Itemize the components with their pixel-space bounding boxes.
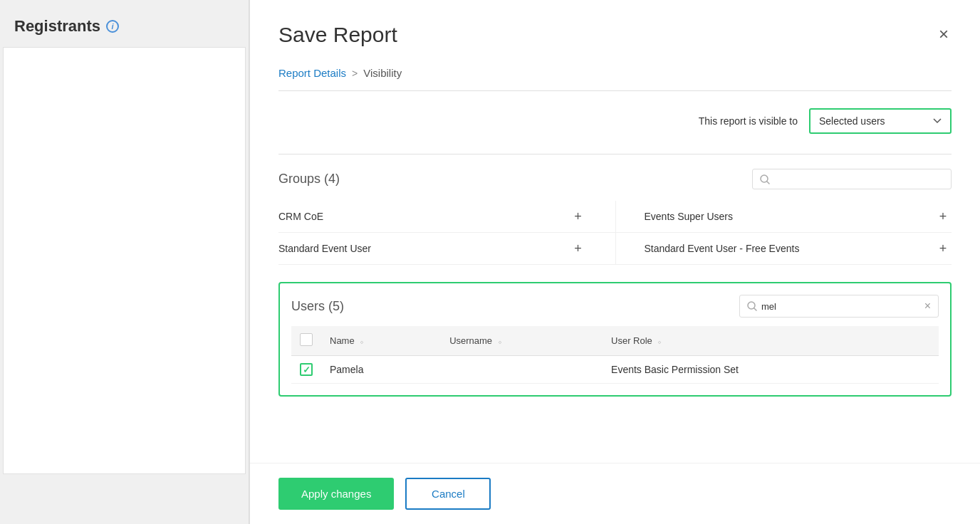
breadcrumb-current: Visibility xyxy=(363,67,402,79)
groups-section-header: Groups (4) xyxy=(278,169,952,189)
sidebar: Registrants i xyxy=(0,0,249,524)
groups-search-input[interactable] xyxy=(774,174,944,184)
svg-line-1 xyxy=(767,182,769,184)
group-name: Standard Event User xyxy=(278,243,371,254)
users-table: Name ⬦ Username ⬦ User Role ⬦ xyxy=(291,326,939,384)
name-sort-icon: ⬦ xyxy=(360,337,364,345)
users-search-clear-icon[interactable]: × xyxy=(924,300,931,313)
users-title: Users (5) xyxy=(291,299,344,314)
visibility-select[interactable]: Selected users All users Only me xyxy=(809,108,952,134)
users-search-box: × xyxy=(739,295,939,318)
svg-line-3 xyxy=(754,308,756,310)
group-item-crm-coe: CRM CoE + xyxy=(278,201,615,233)
group-item-standard-event-user: Standard Event User + xyxy=(278,233,615,265)
modal-title: Save Report xyxy=(278,23,397,47)
group-add-button[interactable]: + xyxy=(934,208,952,225)
groups-search-icon xyxy=(760,174,770,184)
row-name: Pamela xyxy=(321,356,441,384)
visibility-label: This report is visible to xyxy=(699,115,798,127)
cancel-button[interactable]: Cancel xyxy=(405,478,491,510)
groups-title: Groups (4) xyxy=(278,172,340,187)
apply-changes-button[interactable]: Apply changes xyxy=(278,478,394,510)
sidebar-content xyxy=(3,47,246,474)
row-checkbox[interactable]: ✓ xyxy=(300,363,313,376)
checkmark-icon: ✓ xyxy=(303,365,311,375)
sidebar-title: Registrants i xyxy=(0,0,249,47)
users-table-header-user-role[interactable]: User Role ⬦ xyxy=(603,326,939,356)
users-section-header: Users (5) × xyxy=(291,295,939,318)
modal-overlay: Save Report × Report Details > Visibilit… xyxy=(249,0,980,524)
users-search-icon xyxy=(747,301,757,311)
users-search-input[interactable] xyxy=(761,301,922,312)
select-all-checkbox[interactable] xyxy=(300,333,313,346)
groups-grid: CRM CoE + Events Super Users + Standard … xyxy=(278,201,952,265)
section-divider xyxy=(278,154,952,154)
group-name: Standard Event User - Free Events xyxy=(645,243,800,254)
group-item-events-super-users: Events Super Users + xyxy=(615,201,952,233)
group-add-button[interactable]: + xyxy=(570,208,587,225)
group-add-button[interactable]: + xyxy=(934,240,952,257)
users-table-header-row: Name ⬦ Username ⬦ User Role ⬦ xyxy=(291,326,939,356)
users-table-header-username[interactable]: Username ⬦ xyxy=(441,326,603,356)
users-table-header-checkbox xyxy=(291,326,321,356)
group-item-standard-event-user-free: Standard Event User - Free Events + xyxy=(615,233,952,265)
group-add-button[interactable]: + xyxy=(570,240,587,257)
row-username xyxy=(441,356,603,384)
users-section: Users (5) × xyxy=(278,282,952,397)
visibility-row: This report is visible to Selected users… xyxy=(278,108,952,134)
modal-header: Save Report × xyxy=(278,23,952,47)
row-checkbox-cell[interactable]: ✓ xyxy=(291,356,321,384)
breadcrumb: Report Details > Visibility xyxy=(278,67,952,91)
user-role-sort-icon: ⬦ xyxy=(657,337,662,345)
modal-content: Save Report × Report Details > Visibilit… xyxy=(250,0,980,463)
close-button[interactable]: × xyxy=(936,23,952,46)
username-sort-icon: ⬦ xyxy=(498,337,502,345)
table-row: ✓ Pamela Events Basic Permission Set xyxy=(291,356,939,384)
info-icon[interactable]: i xyxy=(106,20,119,33)
row-user-role: Events Basic Permission Set xyxy=(603,356,939,384)
users-table-header-name[interactable]: Name ⬦ xyxy=(321,326,441,356)
group-name: CRM CoE xyxy=(278,211,323,222)
breadcrumb-link-report-details[interactable]: Report Details xyxy=(278,67,346,79)
breadcrumb-separator: > xyxy=(352,68,358,79)
modal-footer: Apply changes Cancel xyxy=(250,463,980,524)
group-name: Events Super Users xyxy=(645,211,734,222)
groups-search-box xyxy=(752,169,952,189)
